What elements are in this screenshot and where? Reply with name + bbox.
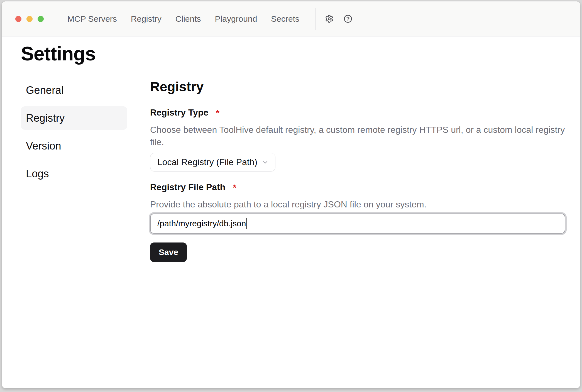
registry-type-label: Registry Type (150, 107, 208, 118)
registry-type-required-marker: * (216, 107, 219, 119)
save-button[interactable]: Save (150, 242, 187, 262)
app-window: MCP Servers Registry Clients Playground … (2, 1, 580, 388)
registry-file-path-input[interactable]: /path/myregistry/db.json (150, 214, 565, 234)
gear-icon (325, 14, 334, 23)
nav-secrets[interactable]: Secrets (271, 14, 299, 24)
settings-gear-button[interactable] (323, 13, 335, 25)
minimize-window-button[interactable] (26, 16, 33, 22)
registry-type-label-row: Registry Type * (150, 107, 565, 119)
section-heading: Registry (150, 79, 565, 95)
nav-mcp-servers[interactable]: MCP Servers (67, 14, 117, 24)
file-path-label-row: Registry File Path * (150, 182, 565, 194)
registry-file-path-description: Provide the absolute path to a local reg… (150, 198, 565, 210)
registry-settings-panel: Registry Registry Type * Choose between … (150, 79, 565, 262)
settings-layout: General Registry Version Logs Registry R… (2, 79, 580, 262)
titlebar: MCP Servers Registry Clients Playground … (2, 1, 580, 36)
registry-file-path-required-marker: * (233, 182, 236, 194)
nav-registry[interactable]: Registry (131, 14, 162, 24)
registry-file-path-label: Registry File Path (150, 182, 225, 193)
sidebar-item-logs[interactable]: Logs (21, 162, 127, 185)
registry-type-selected-value: Local Registry (File Path) (157, 157, 257, 167)
page-title: Settings (21, 42, 580, 65)
sidebar-item-registry[interactable]: Registry (21, 106, 127, 130)
window-controls (15, 16, 44, 22)
sidebar-item-general[interactable]: General (21, 79, 127, 102)
registry-type-select[interactable]: Local Registry (File Path) (150, 153, 275, 171)
nav-clients[interactable]: Clients (175, 14, 201, 24)
close-window-button[interactable] (15, 16, 21, 22)
help-icon (344, 14, 352, 23)
settings-page: Settings General Registry Version Logs R… (2, 36, 580, 388)
sidebar-item-version[interactable]: Version (21, 134, 127, 158)
settings-sidebar: General Registry Version Logs (21, 79, 127, 185)
text-cursor (246, 218, 247, 229)
nav-playground[interactable]: Playground (215, 14, 257, 24)
titlebar-divider (315, 8, 316, 30)
help-button[interactable] (342, 13, 354, 25)
zoom-window-button[interactable] (38, 16, 44, 22)
chevron-down-icon (261, 158, 269, 166)
registry-type-description: Choose between ToolHive default registry… (150, 124, 565, 148)
registry-file-path-value: /path/myregistry/db.json (157, 219, 246, 228)
top-navigation: MCP Servers Registry Clients Playground … (67, 14, 299, 24)
